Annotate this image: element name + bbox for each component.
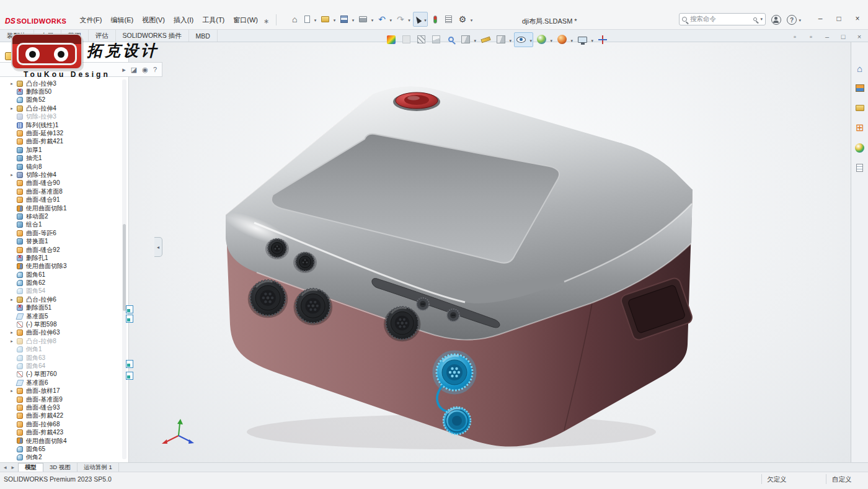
options-gear-icon[interactable]: ⚙ — [456, 12, 474, 27]
feature-tree-item[interactable]: 切除-拉伸3 — [0, 113, 122, 121]
custom-properties-icon[interactable] — [853, 161, 867, 174]
display-style-icon[interactable] — [494, 32, 513, 47]
design-library-icon[interactable] — [853, 82, 867, 94]
model-viewport-svg[interactable] — [129, 42, 851, 462]
panel-collapse-handle[interactable] — [154, 237, 162, 257]
feature-tree-item[interactable]: (-) 草图760 — [0, 370, 122, 379]
feature-tree-item[interactable]: 圆角52 — [0, 96, 122, 104]
user-account-icon[interactable] — [771, 15, 781, 25]
apply-scene-icon[interactable] — [399, 32, 413, 47]
connector-1[interactable] — [248, 280, 288, 318]
feature-tree-item[interactable]: 曲面-等距6 — [0, 229, 122, 237]
status-customize[interactable]: 自定义 — [832, 475, 852, 484]
viewport-pane2-icon[interactable]: ▫ — [806, 33, 816, 40]
feature-tree-item[interactable]: 曲面-拉伸68 — [0, 420, 122, 428]
feature-tree-item[interactable]: 曲面-放样17 — [0, 387, 122, 395]
new-document-icon[interactable] — [302, 12, 317, 27]
view-settings-icon[interactable] — [575, 32, 595, 47]
annotation-view-icon[interactable] — [429, 32, 443, 47]
feature-tree-item[interactable]: 曲面-剪裁422 — [0, 412, 122, 420]
menu-item[interactable]: 窗口(W) — [229, 14, 262, 27]
feature-tree-item[interactable]: 曲面-基准面8 — [0, 187, 122, 195]
feature-tree-item[interactable]: 切除-拉伸4 — [0, 171, 122, 179]
feature-tree-item[interactable]: 镜向8 — [0, 163, 122, 171]
feature-tree-item[interactable]: 圆角63 — [0, 354, 122, 362]
feature-tree-item[interactable]: 曲面-延伸132 — [0, 129, 122, 137]
feature-tree-item[interactable]: 使用曲面切除4 — [0, 437, 122, 445]
feature-tree-item[interactable]: 曲面-剪裁421 — [0, 138, 122, 146]
thumbscrew-1[interactable] — [417, 298, 429, 310]
scrollbar-thumb[interactable] — [123, 224, 126, 312]
scene-icon[interactable] — [555, 32, 574, 47]
feature-tree-item[interactable]: 圆角61 — [0, 271, 122, 279]
menu-item[interactable]: 视图(V) — [138, 14, 169, 27]
feature-tree-item[interactable]: 使用曲面切除3 — [0, 262, 122, 271]
rebuild-stoplight-icon[interactable] — [429, 12, 441, 27]
expand-arrow-icon[interactable] — [9, 330, 15, 335]
file-explorer-icon[interactable] — [853, 102, 867, 114]
feature-tree-item[interactable]: 曲面-基准面9 — [0, 395, 122, 403]
hide-show-items-icon[interactable] — [514, 32, 533, 47]
feature-tree-item[interactable]: 替换面1 — [0, 237, 122, 245]
undo-icon[interactable]: ↶ — [376, 12, 393, 27]
minimize-button[interactable]: – — [811, 12, 830, 25]
doc-minimize-icon[interactable]: – — [822, 33, 832, 40]
file-properties-icon[interactable] — [443, 12, 455, 27]
feature-tree-item[interactable]: 抽壳1 — [0, 155, 122, 163]
feature-tree-item[interactable]: 删除孔1 — [0, 254, 122, 262]
open-icon[interactable] — [319, 12, 337, 27]
feature-tree-item[interactable]: 基准面5 — [0, 312, 122, 320]
feature-tree-item[interactable]: 圆角54 — [0, 287, 122, 295]
feature-tree-item[interactable]: 曲面-缝合90 — [0, 179, 122, 187]
expand-arrow-icon[interactable] — [9, 106, 15, 111]
menu-pin-icon[interactable]: ∗ — [262, 17, 273, 27]
section-view-icon[interactable] — [414, 32, 428, 47]
help-icon[interactable]: ? — [787, 15, 797, 25]
thumbscrew-2[interactable] — [447, 309, 459, 321]
edit-appearance-icon[interactable] — [384, 32, 398, 47]
zoom-fit-icon[interactable] — [444, 32, 458, 47]
feature-tree-item[interactable]: 凸台-拉伸8 — [0, 337, 122, 345]
feature-tree-item[interactable]: 删除面50 — [0, 87, 122, 96]
document-tab[interactable]: 3D 视图 — [43, 463, 78, 472]
feature-tree-item[interactable]: 曲面-缝合93 — [0, 403, 122, 411]
view-orientation-icon[interactable] — [459, 32, 477, 47]
feature-tree-scrollbar[interactable] — [122, 79, 126, 459]
tab-scroll-right-icon[interactable]: ▸ — [11, 464, 16, 470]
doc-restore-icon[interactable]: □ — [838, 33, 848, 40]
document-tab[interactable]: 模型 — [18, 463, 43, 472]
doc-close-icon[interactable]: × — [854, 33, 864, 40]
tab-scroll-left-icon[interactable]: ◂ — [2, 464, 8, 470]
menu-item[interactable]: 文件(F) — [75, 14, 106, 27]
document-tab[interactable]: 运动算例 1 — [78, 463, 119, 472]
feature-tree-item[interactable]: 圆角65 — [0, 445, 122, 453]
feature-tree-item[interactable]: 圆角64 — [0, 362, 122, 370]
task-home-icon[interactable]: ⌂ — [853, 62, 867, 74]
appearances-icon[interactable] — [534, 32, 554, 47]
save-icon[interactable] — [338, 12, 355, 27]
redo-icon[interactable]: ↷ — [394, 12, 412, 27]
feature-tree-item[interactable]: 移动面2 — [0, 212, 122, 220]
expand-arrow-icon[interactable] — [9, 297, 15, 302]
feature-tree-item[interactable]: (-) 草图598 — [0, 320, 122, 328]
expand-arrow-icon[interactable] — [9, 388, 15, 393]
appearances-scenes-icon[interactable] — [853, 141, 867, 154]
print-icon[interactable] — [356, 12, 374, 27]
restore-button[interactable]: □ — [830, 12, 848, 25]
selected-connector[interactable] — [434, 352, 475, 393]
toolbox-icon[interactable]: ⊞ — [853, 122, 867, 134]
feature-tree-item[interactable]: 曲面-缝合91 — [0, 195, 122, 204]
search-scope-icon[interactable] — [753, 17, 757, 21]
menu-item[interactable]: 编辑(E) — [107, 14, 138, 27]
feature-tree-item[interactable]: 曲面-剪裁423 — [0, 428, 122, 436]
feature-tree-item[interactable]: 凸台-拉伸4 — [0, 104, 122, 112]
feature-tree-item[interactable]: 圆角62 — [0, 279, 122, 287]
feature-tree-item[interactable]: 加厚1 — [0, 146, 122, 154]
measure-icon[interactable] — [479, 32, 493, 47]
graphics-viewport[interactable] — [129, 42, 851, 462]
expand-arrow-icon[interactable] — [9, 339, 15, 344]
feature-tree-item[interactable]: 阵列(线性)1 — [0, 121, 122, 129]
command-tab[interactable]: MBD — [189, 30, 218, 42]
select-cursor-icon[interactable] — [413, 12, 428, 27]
feature-tree-item[interactable]: 倒角2 — [0, 454, 122, 460]
